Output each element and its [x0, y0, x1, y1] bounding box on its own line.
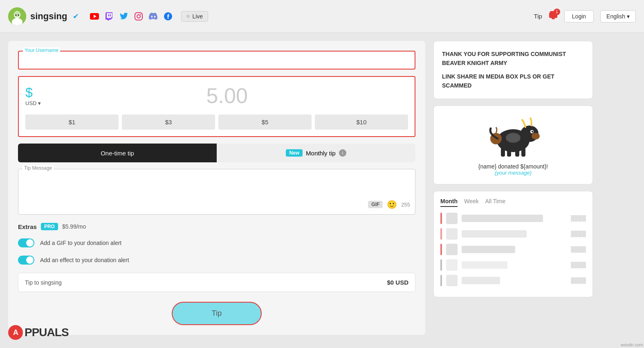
- avatar-image: [8, 7, 26, 25]
- tip-message-input[interactable]: [23, 174, 410, 195]
- announcement-line2: LINK SHARE IN MEDIA BOX PLS OR GET SCAMM…: [442, 72, 584, 90]
- lb-bar-wrapper-1: [462, 215, 557, 222]
- lb-avatar-1: [446, 213, 458, 224]
- instagram-icon[interactable]: [134, 11, 144, 21]
- amount-btn-5[interactable]: $5: [218, 115, 312, 130]
- summary-row: Tip to singsing $0 USD: [18, 273, 415, 292]
- lb-rank-1: [440, 213, 442, 224]
- currency-arrow: ▾: [38, 100, 41, 106]
- tip-btn-wrapper: Tip: [18, 302, 415, 325]
- login-button[interactable]: Login: [564, 10, 594, 22]
- tab-one-time[interactable]: One-time tip: [18, 144, 217, 162]
- avatar: [8, 7, 26, 25]
- svg-rect-20: [515, 149, 519, 157]
- tab-monthly[interactable]: New Monthly tip i: [217, 144, 415, 162]
- svg-point-5: [18, 14, 19, 16]
- lb-avatar-3: [446, 244, 458, 255]
- live-dot: [186, 15, 190, 18]
- extras-price: $5.99/mo: [62, 223, 86, 230]
- svg-point-4: [16, 14, 17, 16]
- svg-point-27: [506, 133, 521, 143]
- announcement-box: THANK YOU FOR SUPPORTING COMMUNIST BEAVE…: [433, 41, 593, 99]
- facebook-icon[interactable]: [163, 11, 173, 21]
- twitter-icon[interactable]: [119, 11, 129, 21]
- summary-label: Tip to singsing: [25, 279, 62, 286]
- currency-selector[interactable]: USD ▾: [25, 100, 41, 106]
- mascot-image: [485, 114, 542, 159]
- lb-bar-wrapper-4: [462, 261, 557, 269]
- amount-btn-3[interactable]: $3: [122, 115, 215, 130]
- svg-rect-8: [108, 14, 109, 16]
- tip-form-panel: Your Username $ USD ▾ 5.00 $1 $3 $5 $10: [8, 41, 425, 335]
- header: singsing ✔: [0, 0, 644, 33]
- gif-toggle-knob: [26, 239, 34, 247]
- svg-point-25: [532, 131, 533, 132]
- svg-point-23: [532, 133, 540, 139]
- lb-amount-3: ████: [561, 246, 586, 252]
- emoji-button[interactable]: 🙂: [387, 200, 397, 209]
- tip-nav-link[interactable]: Tip: [534, 13, 542, 20]
- wsxdn-badge: wsxdn.com: [621, 342, 643, 347]
- username-input[interactable]: [24, 55, 410, 65]
- notification-icon[interactable]: 1: [549, 11, 558, 22]
- discord-icon[interactable]: [148, 11, 158, 21]
- effect-toggle-label: Add an effect to your donation alert: [40, 257, 129, 263]
- mascot-box: {name} donated ${amount}! {your message}: [433, 106, 593, 184]
- lb-bar-5: [462, 277, 500, 284]
- main-content: Your Username $ USD ▾ 5.00 $1 $3 $5 $10: [0, 33, 644, 343]
- amount-display: 5.00: [46, 83, 408, 108]
- monthly-new-badge: New: [286, 149, 303, 157]
- lb-rank-5: [440, 275, 442, 286]
- announcement-text: THANK YOU FOR SUPPORTING COMMUNIST BEAVE…: [442, 49, 584, 90]
- tip-submit-button[interactable]: Tip: [172, 302, 262, 325]
- lb-bar-wrapper-3: [462, 246, 557, 253]
- announcement-line1: THANK YOU FOR SUPPORTING COMMUNIST BEAVE…: [442, 49, 584, 68]
- monthly-info-icon[interactable]: i: [339, 149, 346, 157]
- right-panel: THANK YOU FOR SUPPORTING COMMUNIST BEAVE…: [433, 41, 593, 335]
- language-label: English: [606, 13, 625, 20]
- streamer-name: singsing: [30, 11, 67, 22]
- effect-toggle-knob: [26, 256, 34, 264]
- lb-rank-3: [440, 244, 442, 255]
- lb-tab-month[interactable]: Month: [440, 198, 458, 207]
- watermark-text: PPUALS: [25, 326, 69, 339]
- leaderboard-tabs: Month Week All Time: [440, 198, 586, 207]
- twitch-icon[interactable]: [104, 11, 114, 21]
- header-right: Tip 1 Login English ▾: [534, 10, 636, 22]
- watermark-icon: A: [8, 325, 23, 340]
- lb-amount-4: ████: [561, 262, 586, 268]
- extras-row: Extras PRO $5.99/mo: [18, 223, 415, 230]
- svg-rect-16: [552, 18, 555, 19]
- lb-row-2: ████: [440, 228, 586, 240]
- lb-row-4: ████: [440, 259, 586, 271]
- gif-button[interactable]: GIF: [368, 201, 383, 208]
- amount-btn-10[interactable]: $10: [315, 115, 408, 130]
- lb-avatar-4: [446, 259, 458, 271]
- youtube-icon[interactable]: [90, 11, 99, 21]
- tip-message-footer: GIF 🙂 255: [23, 200, 410, 209]
- lb-tab-week[interactable]: Week: [464, 198, 479, 207]
- svg-rect-18: [501, 148, 505, 157]
- lb-avatar-2: [446, 228, 458, 240]
- lb-amount-2: ████: [561, 231, 586, 237]
- gif-toggle-row: Add a GIF to your donation alert: [18, 238, 415, 247]
- lb-amount-1: ████: [561, 215, 586, 221]
- mascot-message-line: {your message}: [478, 170, 548, 176]
- tab-monthly-label: Monthly tip: [306, 150, 336, 157]
- currency-label-text: USD: [25, 100, 36, 106]
- summary-amount: $0 USD: [387, 279, 408, 286]
- live-button[interactable]: Live: [181, 11, 208, 22]
- effect-toggle[interactable]: [18, 256, 34, 265]
- watermark: A PPUALS: [8, 325, 69, 340]
- amount-btn-1[interactable]: $1: [25, 115, 119, 130]
- lb-tab-all-time[interactable]: All Time: [485, 198, 506, 207]
- lb-amount-5: ████: [561, 277, 586, 283]
- gif-toggle[interactable]: [18, 238, 34, 247]
- svg-point-12: [140, 13, 141, 14]
- svg-point-3: [14, 11, 20, 17]
- lb-row-1: ████: [440, 213, 586, 224]
- social-icons: [90, 11, 173, 21]
- svg-rect-10: [135, 13, 142, 20]
- language-button[interactable]: English ▾: [600, 10, 636, 22]
- effect-toggle-row: Add an effect to your donation alert: [18, 256, 415, 265]
